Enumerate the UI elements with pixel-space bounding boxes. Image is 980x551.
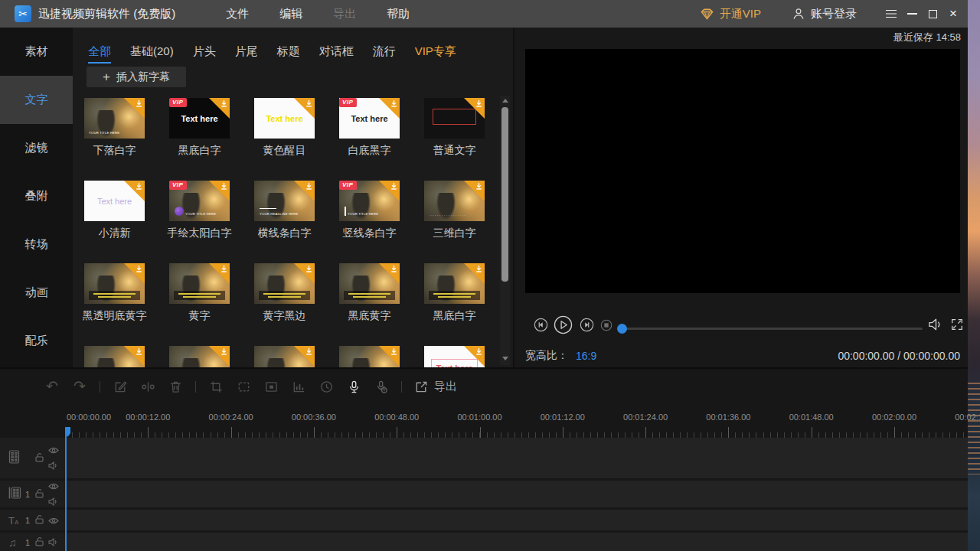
- track-lock-icon[interactable]: [34, 487, 44, 501]
- template-caption: YOUR TITLE HERE: [348, 212, 378, 216]
- template-item[interactable]: Text here小清新: [84, 181, 145, 221]
- redo-icon[interactable]: ↷: [72, 379, 87, 394]
- template-item[interactable]: Text here黄色醒目: [254, 98, 315, 139]
- vip-upgrade-button[interactable]: 开通VIP: [700, 7, 761, 21]
- canvas-size-icon[interactable]: [236, 379, 251, 394]
- track-lock-icon[interactable]: [34, 514, 44, 527]
- sidebar-item-animation[interactable]: 动画: [0, 269, 73, 317]
- split-clip-icon[interactable]: [140, 379, 155, 394]
- track-visibility-icon[interactable]: [48, 514, 59, 527]
- template-item[interactable]: [84, 346, 145, 367]
- template-item[interactable]: YOUR TITLE HERE下落白字: [84, 98, 145, 139]
- track-mute-icon[interactable]: [48, 459, 59, 473]
- audio-wave-icon[interactable]: [291, 379, 306, 394]
- next-frame-button[interactable]: [580, 318, 594, 335]
- tab-dialog[interactable]: 对话框: [319, 44, 354, 64]
- seek-bar[interactable]: [619, 328, 923, 330]
- duration-clock-icon[interactable]: [318, 379, 334, 394]
- scrollbar-up-arrow-icon[interactable]: [500, 96, 510, 105]
- mosaic-icon[interactable]: [263, 379, 279, 394]
- template-thumbnail: · · · · · · · · · · · · · · · ·: [424, 181, 485, 221]
- panel-scrollbar[interactable]: [500, 96, 510, 365]
- template-item[interactable]: 普通文字: [424, 98, 485, 139]
- fullscreen-icon[interactable]: [950, 318, 964, 334]
- template-item[interactable]: 黄字黑边: [254, 263, 315, 304]
- stop-button[interactable]: [600, 319, 612, 334]
- window-minimize-button[interactable]: [905, 7, 919, 21]
- edit-clip-icon[interactable]: [113, 379, 128, 394]
- track-mute-icon[interactable]: [48, 495, 59, 509]
- sidebar-item-music[interactable]: 配乐: [0, 317, 73, 365]
- ruler-label: 00:00:36.00: [292, 412, 336, 422]
- menu-item-help[interactable]: 帮助: [371, 0, 425, 28]
- seek-handle[interactable]: [617, 324, 627, 334]
- sidebar-item-filter[interactable]: 滤镜: [0, 124, 73, 172]
- vip-upgrade-label: 开通VIP: [720, 7, 761, 21]
- track-visibility-icon[interactable]: [48, 479, 59, 493]
- template-item[interactable]: Text here: [424, 346, 485, 367]
- template-item[interactable]: VIPYOUR TITLE HERE竖线条白字: [339, 181, 400, 221]
- tab-intro[interactable]: 片头: [193, 44, 216, 64]
- timeline-ruler[interactable]: 00:00:00.0000:00:12.0000:00:24.0000:00:3…: [0, 412, 968, 425]
- template-item[interactable]: YOUR HEADLINE HERE横线条白字: [254, 181, 315, 221]
- crop-icon[interactable]: [208, 379, 224, 394]
- sidebar-item-text[interactable]: 文字: [0, 76, 73, 124]
- aspect-ratio-value[interactable]: 16:9: [576, 350, 596, 362]
- tab-basic[interactable]: 基础(20): [130, 44, 174, 64]
- template-item[interactable]: 黑透明底黄字: [84, 263, 145, 304]
- track-lane-video-overlay[interactable]: [65, 481, 968, 507]
- volume-icon[interactable]: [928, 317, 944, 335]
- template-item[interactable]: VIPText here白底黑字: [339, 98, 400, 139]
- tab-popular[interactable]: 流行: [373, 44, 396, 64]
- tab-all[interactable]: 全部: [88, 44, 111, 64]
- insert-subtitle-button[interactable]: + 插入新字幕: [87, 67, 186, 87]
- text-to-speech-icon[interactable]: [374, 379, 389, 394]
- template-item[interactable]: VIPText here黑底白字: [169, 98, 230, 139]
- track-lane-audio[interactable]: [65, 533, 968, 551]
- window-close-button[interactable]: ×: [946, 7, 960, 21]
- timeline-ruler-ticks[interactable]: [65, 427, 968, 438]
- menu-item-file[interactable]: 文件: [211, 0, 264, 28]
- track-clip-count: 1: [25, 516, 30, 525]
- playhead-line: [65, 427, 67, 551]
- track-lane-video-main[interactable]: [65, 438, 968, 478]
- timeline-export-button[interactable]: 导出: [414, 380, 457, 394]
- play-button[interactable]: [554, 315, 573, 337]
- template-item[interactable]: 黑底黄字: [339, 263, 400, 304]
- template-item[interactable]: 黄字: [169, 263, 230, 304]
- sidebar-item-overlay[interactable]: 叠附: [0, 172, 73, 220]
- tab-outro[interactable]: 片尾: [235, 44, 258, 64]
- track-lock-icon[interactable]: [34, 452, 44, 465]
- delete-clip-icon[interactable]: [168, 379, 183, 394]
- menu-item-edit[interactable]: 编辑: [264, 0, 318, 28]
- template-item[interactable]: [339, 346, 400, 367]
- previous-frame-button[interactable]: [534, 318, 548, 335]
- track-lock-icon[interactable]: [34, 536, 44, 549]
- window-maximize-button[interactable]: [926, 7, 939, 21]
- sidebar-item-material[interactable]: 素材: [0, 28, 73, 76]
- template-label: 横线条白字: [258, 227, 312, 240]
- template-item[interactable]: [254, 346, 315, 367]
- template-label: 白底黑字: [348, 144, 391, 158]
- user-icon: [792, 7, 805, 21]
- scrollbar-thumb[interactable]: [501, 107, 508, 282]
- window-menu-icon[interactable]: [884, 7, 898, 21]
- account-login-button[interactable]: 账号登录: [792, 7, 857, 21]
- template-item[interactable]: · · · · · · · · · · · · · · · ·三维白字: [424, 181, 485, 221]
- track-lane-text[interactable]: [65, 510, 968, 530]
- track-header-video-overlay: 1: [0, 481, 65, 507]
- record-voiceover-icon[interactable]: [346, 379, 361, 394]
- template-item[interactable]: VIPYOUR TITLE HERE手绘太阳白字: [169, 181, 230, 221]
- menu-bar: 文件编辑导出帮助: [211, 0, 425, 28]
- template-thumbnail: [254, 346, 315, 367]
- track-mute-icon[interactable]: [48, 536, 58, 549]
- tab-title[interactable]: 标题: [277, 44, 300, 64]
- template-item[interactable]: [169, 346, 230, 367]
- template-item[interactable]: 黑底白字: [424, 263, 485, 304]
- scrollbar-down-arrow-icon[interactable]: [500, 354, 510, 363]
- undo-icon[interactable]: ↶: [44, 379, 60, 394]
- sidebar-item-transition[interactable]: 转场: [0, 220, 73, 269]
- track-visibility-icon[interactable]: [48, 443, 59, 457]
- vip-badge: VIP: [169, 181, 187, 190]
- tab-vip[interactable]: VIP专享: [415, 44, 456, 64]
